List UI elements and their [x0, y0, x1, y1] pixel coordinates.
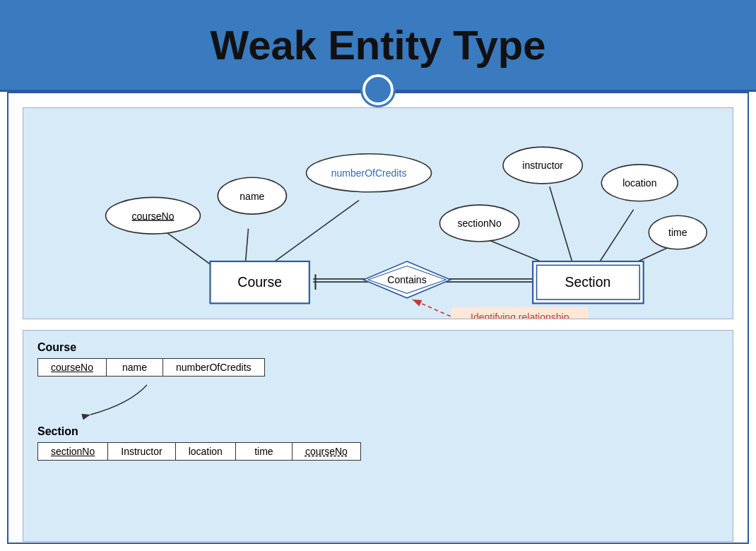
course-col-courseNo: courseNo [38, 359, 107, 377]
section-col-sectionNo: sectionNo [38, 443, 108, 461]
svg-text:location: location [622, 177, 656, 189]
svg-text:Identifying relationship: Identifying relationship [471, 312, 569, 319]
main-content: Course Section Contains courseNo name nu… [7, 92, 749, 544]
page-title: Weak Entity Type [211, 21, 546, 69]
course-col-numberOfCredits: numberOfCredits [163, 359, 264, 377]
svg-text:courseNo: courseNo [132, 211, 175, 222]
er-diagram-section: Course Section Contains courseNo name nu… [23, 107, 733, 319]
section-table-wrap: Section sectionNo Instructor location ti… [37, 425, 719, 461]
tables-section: Course courseNo name numberOfCredits Sec… [23, 330, 733, 542]
section-col-instructor: Instructor [108, 443, 175, 461]
svg-text:Section: Section [565, 274, 610, 290]
svg-text:name: name [240, 191, 264, 202]
course-table-wrap: Course courseNo name numberOfCredits [37, 341, 719, 377]
er-diagram-svg: Course Section Contains courseNo name nu… [23, 108, 733, 319]
svg-line-5 [600, 210, 634, 261]
svg-line-4 [550, 186, 572, 263]
svg-line-36 [413, 300, 451, 316]
fk-arrow-svg [37, 379, 334, 422]
section-table-label: Section [37, 425, 719, 438]
course-table-label: Course [37, 341, 719, 354]
svg-text:time: time [668, 227, 687, 238]
svg-text:sectionNo: sectionNo [457, 218, 502, 229]
svg-text:Contains: Contains [387, 274, 426, 285]
course-col-name: name [106, 359, 163, 377]
svg-text:instructor: instructor [522, 160, 563, 171]
section-col-courseNo: courseNo [292, 443, 360, 461]
section-table: sectionNo Instructor location time cours… [37, 442, 361, 461]
section-col-location: location [175, 443, 235, 461]
section-col-time: time [235, 443, 292, 461]
course-table: courseNo name numberOfCredits [37, 358, 265, 377]
svg-line-2 [267, 201, 359, 267]
svg-text:Course: Course [237, 274, 282, 290]
page-header: Weak Entity Type [0, 0, 756, 92]
connector-circle [362, 74, 394, 105]
svg-text:numberOfCredits: numberOfCredits [331, 167, 407, 179]
